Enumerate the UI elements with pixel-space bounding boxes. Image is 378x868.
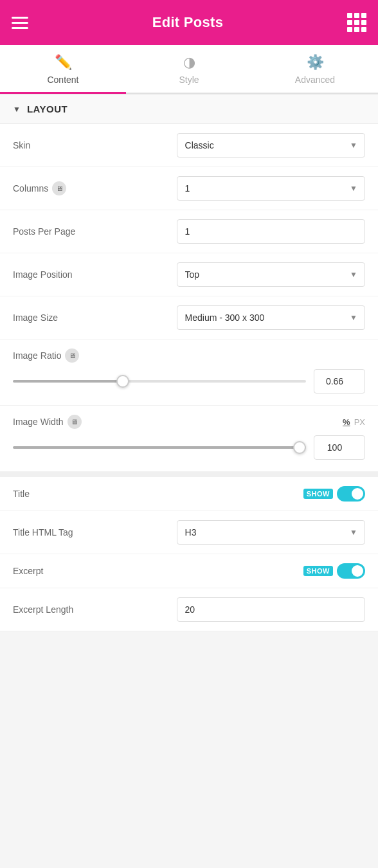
title-toggle-container: SHOW — [303, 486, 365, 502]
image-size-control: Medium - 300 x 300 Thumbnail Large Full … — [177, 305, 365, 330]
excerpt-toggle-container: SHOW — [303, 563, 365, 579]
excerpt-length-input[interactable] — [177, 597, 365, 622]
section-layout-header[interactable]: ▼ Layout — [0, 94, 378, 124]
image-ratio-section: Image Ratio 🖥 — [0, 339, 378, 406]
columns-control: 1 2 3 4 ▼ — [177, 176, 365, 201]
gear-icon: ⚙️ — [307, 54, 324, 71]
image-width-value-box — [314, 435, 365, 460]
image-position-select-wrapper: Top Left Right None ▼ — [177, 262, 365, 287]
image-ratio-slider[interactable] — [13, 380, 306, 383]
skin-label: Skin — [13, 140, 170, 150]
image-size-select-wrapper: Medium - 300 x 300 Thumbnail Large Full … — [177, 305, 365, 330]
columns-label: Columns 🖥 — [13, 181, 170, 195]
pencil-icon: ✏️ — [55, 54, 72, 71]
app-header: Edit Posts — [0, 0, 378, 45]
image-width-slider-row — [13, 435, 365, 460]
title-html-tag-select-wrapper: H1 H2 H3 H4 H5 H6 ▼ — [177, 520, 365, 545]
image-width-slider[interactable] — [13, 446, 306, 449]
image-ratio-input[interactable] — [314, 369, 365, 393]
collapse-icon: ▼ — [13, 105, 21, 114]
tab-style[interactable]: ◑ Style — [126, 45, 252, 93]
title-section: Title SHOW Title HTML Tag H1 H2 H3 H4 H5 — [0, 477, 378, 631]
image-ratio-label-row: Image Ratio 🖥 — [13, 348, 365, 363]
title-html-tag-control: H1 H2 H3 H4 H5 H6 ▼ — [177, 520, 365, 545]
excerpt-label: Excerpt — [13, 566, 297, 576]
columns-row: Columns 🖥 1 2 3 4 ▼ — [0, 167, 378, 210]
tabs-nav: ✏️ Content ◑ Style ⚙️ Advanced — [0, 45, 378, 94]
image-position-row: Image Position Top Left Right None ▼ — [0, 253, 378, 296]
tab-advanced[interactable]: ⚙️ Advanced — [252, 45, 378, 93]
posts-per-page-input[interactable] — [177, 219, 365, 244]
excerpt-toggle[interactable] — [337, 563, 365, 579]
image-width-label-row: Image Width 🖥 % PX — [13, 415, 365, 429]
title-label: Title — [13, 489, 297, 499]
skin-control: Classic Cards Full Content ▼ — [177, 133, 365, 158]
columns-select-wrapper: 1 2 3 4 ▼ — [177, 176, 365, 201]
title-toggle[interactable] — [337, 486, 365, 502]
image-size-label: Image Size — [13, 312, 170, 323]
image-width-label: Image Width — [13, 417, 64, 427]
image-size-select[interactable]: Medium - 300 x 300 Thumbnail Large Full — [177, 305, 365, 330]
divider-1 — [0, 472, 378, 477]
excerpt-toggle-thumb — [352, 565, 363, 577]
excerpt-length-label: Excerpt Length — [13, 604, 170, 615]
columns-device-icon: 🖥 — [52, 181, 66, 195]
image-ratio-value-box — [314, 369, 365, 393]
excerpt-show-label: SHOW — [303, 566, 333, 576]
image-ratio-label: Image Ratio — [13, 350, 61, 361]
excerpt-toggle-track — [337, 563, 365, 579]
image-width-input[interactable] — [314, 435, 365, 460]
image-width-device-icon: 🖥 — [68, 415, 82, 429]
posts-per-page-row: Posts Per Page — [0, 210, 378, 253]
title-row: Title SHOW — [0, 477, 378, 511]
posts-per-page-control — [177, 219, 365, 244]
image-position-label: Image Position — [13, 269, 170, 280]
image-position-control: Top Left Right None ▼ — [177, 262, 365, 287]
skin-row: Skin Classic Cards Full Content ▼ — [0, 124, 378, 167]
layout-section: Skin Classic Cards Full Content ▼ Column… — [0, 124, 378, 339]
section-title: Layout — [27, 104, 68, 114]
excerpt-length-control — [177, 597, 365, 622]
image-width-section: Image Width 🖥 % PX — [0, 406, 378, 472]
posts-per-page-label: Posts Per Page — [13, 226, 170, 237]
tab-content[interactable]: ✏️ Content — [0, 45, 126, 93]
image-size-row: Image Size Medium - 300 x 300 Thumbnail … — [0, 296, 378, 339]
grid-menu-icon[interactable] — [347, 13, 366, 32]
unit-px[interactable]: PX — [354, 417, 365, 427]
title-toggle-track — [337, 486, 365, 502]
skin-select-wrapper: Classic Cards Full Content ▼ — [177, 133, 365, 158]
columns-select[interactable]: 1 2 3 4 — [177, 176, 365, 201]
title-html-tag-select[interactable]: H1 H2 H3 H4 H5 H6 — [177, 520, 365, 545]
image-position-select[interactable]: Top Left Right None — [177, 262, 365, 287]
image-ratio-device-icon: 🖥 — [65, 348, 79, 363]
title-html-tag-row: Title HTML Tag H1 H2 H3 H4 H5 H6 ▼ — [0, 511, 378, 554]
unit-toggle: % PX — [343, 417, 365, 427]
skin-select[interactable]: Classic Cards Full Content — [177, 133, 365, 158]
contrast-icon: ◑ — [183, 54, 195, 71]
excerpt-length-row: Excerpt Length — [0, 588, 378, 631]
title-toggle-thumb — [352, 488, 363, 500]
page-title: Edit Posts — [152, 14, 224, 31]
excerpt-row: Excerpt SHOW — [0, 554, 378, 588]
title-html-tag-label: Title HTML Tag — [13, 527, 170, 538]
hamburger-icon[interactable] — [12, 14, 28, 32]
title-show-label: SHOW — [303, 489, 333, 499]
image-ratio-slider-row — [13, 369, 365, 393]
unit-percent[interactable]: % — [343, 417, 350, 427]
